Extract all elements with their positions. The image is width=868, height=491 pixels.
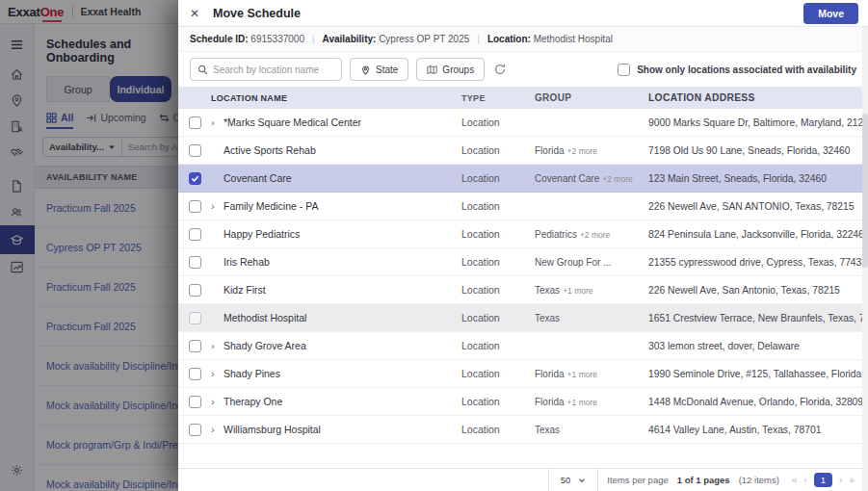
expand-chevron-icon[interactable]: › xyxy=(211,116,218,128)
page-size-value: 50 xyxy=(561,475,571,485)
availability-link[interactable]: Practicum Fall 2025 xyxy=(46,202,136,214)
location-label: Location: xyxy=(487,34,531,44)
row-checkbox[interactable] xyxy=(189,284,201,297)
groups-filter-button[interactable]: Groups xyxy=(416,58,485,81)
group-tab[interactable]: Group xyxy=(46,76,110,102)
partnership-handshake-icon[interactable] xyxy=(0,140,35,166)
prev-page-button[interactable]: ‹ xyxy=(803,475,806,485)
table-row[interactable]: ›Covenant CareLocationCovenant Care+2 mo… xyxy=(178,165,868,193)
location-group: Texas+1 more xyxy=(535,285,648,296)
expand-chevron-icon[interactable]: › xyxy=(211,340,218,351)
individual-tab[interactable]: Individual xyxy=(110,76,171,102)
refresh-icon[interactable] xyxy=(494,64,506,75)
availability-label: Availability: xyxy=(323,34,377,44)
row-checkbox[interactable] xyxy=(189,368,201,380)
pages-label: 1 of 1 pages xyxy=(677,475,730,485)
location-name: Therapy One xyxy=(224,396,282,407)
last-page-button[interactable]: » xyxy=(849,475,855,485)
row-checkbox-checked[interactable] xyxy=(189,172,201,185)
table-row[interactable]: ›*Marks Square Medical CenterLocation900… xyxy=(178,109,868,137)
group-name: Florida xyxy=(535,145,565,156)
document-icon[interactable] xyxy=(0,173,35,199)
availability-checkbox-group: Show only locations associated with avai… xyxy=(618,64,856,76)
table-row[interactable]: ›Williamsburg HospitalLocationTexas4614 … xyxy=(178,416,868,444)
location-search-input[interactable] xyxy=(213,65,333,75)
row-checkbox[interactable] xyxy=(189,200,201,213)
table-row[interactable]: ›Therapy OneLocationFlorida+1 more1448 M… xyxy=(178,388,868,416)
expand-chevron-icon[interactable]: › xyxy=(211,200,218,212)
availability-link[interactable]: Mock availability Discipline/Individual xyxy=(46,478,178,490)
group-name: Texas xyxy=(535,313,560,323)
availability-list-item: Mock program/Grp & Indi/Pre xyxy=(35,426,178,465)
table-row[interactable]: ›Methodist HospitalLocationTexas1651 Cre… xyxy=(178,304,868,332)
close-icon[interactable]: ✕ xyxy=(190,7,205,20)
table-row[interactable]: ›Shady Grove AreaLocation303 lemon stree… xyxy=(178,332,868,360)
settings-gear-icon[interactable] xyxy=(0,457,35,483)
row-checkbox[interactable] xyxy=(189,396,201,408)
availability-link[interactable]: Practicum Fall 2025 xyxy=(46,281,136,293)
next-page-button[interactable]: › xyxy=(839,475,842,485)
row-checkbox[interactable] xyxy=(189,424,201,436)
group-more-badge[interactable]: +1 more xyxy=(567,370,597,379)
availability-list-item: Practicum Fall 2025 xyxy=(35,189,178,228)
organization-icon[interactable] xyxy=(0,114,35,140)
tab-all[interactable]: All xyxy=(46,112,73,129)
first-page-button[interactable]: « xyxy=(792,475,798,485)
group-more-badge[interactable]: +2 more xyxy=(567,146,597,156)
move-button[interactable]: Move xyxy=(803,3,858,24)
group-more-badge[interactable]: +1 more xyxy=(563,286,592,296)
location-type: Location xyxy=(461,396,535,407)
location-group: Covenant Care+2 more xyxy=(535,173,648,184)
table-row[interactable]: ›Iris RehabLocationNew Group For ...2135… xyxy=(178,248,868,276)
expand-chevron-icon[interactable]: › xyxy=(211,424,218,435)
chevron-down-icon xyxy=(578,477,586,484)
location-group: New Group For ... xyxy=(535,257,648,268)
hamburger-menu-icon[interactable] xyxy=(0,32,35,58)
table-row[interactable]: ›Shady PinesLocationFlorida+1 more1990 S… xyxy=(178,360,868,388)
current-page-button[interactable]: 1 xyxy=(814,473,832,487)
table-row[interactable]: ›Happy PediatricsLocationPediatrics+2 mo… xyxy=(178,220,868,248)
col-group: GROUP xyxy=(535,92,648,103)
availability-list: Practicum Fall 2025Cypress OP PT 2025Pra… xyxy=(35,189,178,491)
group-name: Florida xyxy=(535,369,565,379)
scrollbar-track[interactable] xyxy=(862,27,868,491)
row-checkbox[interactable] xyxy=(189,144,201,157)
row-checkbox[interactable] xyxy=(189,340,201,352)
table-row[interactable]: ›Active Sports RehabLocationFlorida+2 mo… xyxy=(178,137,868,165)
group-more-badge[interactable]: +2 more xyxy=(580,230,610,240)
items-count: (12 items) xyxy=(739,475,779,485)
analytics-chart-icon[interactable] xyxy=(0,254,35,280)
exxat-one-logo: Exxat One xyxy=(8,5,64,19)
table-row[interactable]: ›Family Medicine - PALocation226 Newell … xyxy=(178,193,868,220)
schedules-education-icon[interactable] xyxy=(0,225,35,254)
schedules-panel: Schedules and Onboarding Group Individua… xyxy=(35,24,178,491)
location-pin-icon[interactable] xyxy=(0,88,35,114)
availability-link[interactable]: Practicum Fall 2025 xyxy=(46,321,136,332)
expand-chevron-icon[interactable]: › xyxy=(211,368,218,379)
availability-link[interactable]: Mock availability Discipline/Individual xyxy=(46,360,178,372)
people-icon[interactable] xyxy=(0,199,35,225)
tab-upcoming[interactable]: Upcoming xyxy=(86,112,145,129)
group-more-badge[interactable]: +2 more xyxy=(602,174,632,184)
expand-chevron-icon[interactable]: › xyxy=(211,396,218,407)
home-icon[interactable] xyxy=(0,62,35,88)
row-checkbox[interactable] xyxy=(189,228,201,241)
state-filter-button[interactable]: State xyxy=(350,58,408,81)
availability-link[interactable]: Mock availability Discipline/Individual xyxy=(46,400,178,411)
row-checkbox xyxy=(189,312,201,324)
row-checkbox[interactable] xyxy=(189,116,201,129)
location-address: 1651 Crestview Terrace, New Braunfels, T… xyxy=(648,313,868,323)
group-more-badge[interactable]: +1 more xyxy=(567,398,597,407)
table-row[interactable]: ›Kidz FirstLocationTexas+1 more226 Newel… xyxy=(178,276,868,304)
page-size-select[interactable]: 50 xyxy=(548,469,599,491)
scrollbar-thumb[interactable] xyxy=(862,114,868,268)
availability-link[interactable]: Cypress OP PT 2025 xyxy=(46,242,142,253)
row-checkbox[interactable] xyxy=(189,256,201,269)
tab-clipped[interactable]: C xyxy=(159,112,178,129)
location-name: Covenant Care xyxy=(224,172,292,184)
check-icon xyxy=(191,174,199,183)
availability-search-input[interactable] xyxy=(122,142,178,152)
availability-link[interactable]: Mock program/Grp & Indi/Pre xyxy=(46,439,178,451)
show-only-associated-checkbox[interactable] xyxy=(618,64,630,76)
availability-filter-dropdown[interactable]: Availability... xyxy=(43,138,122,156)
